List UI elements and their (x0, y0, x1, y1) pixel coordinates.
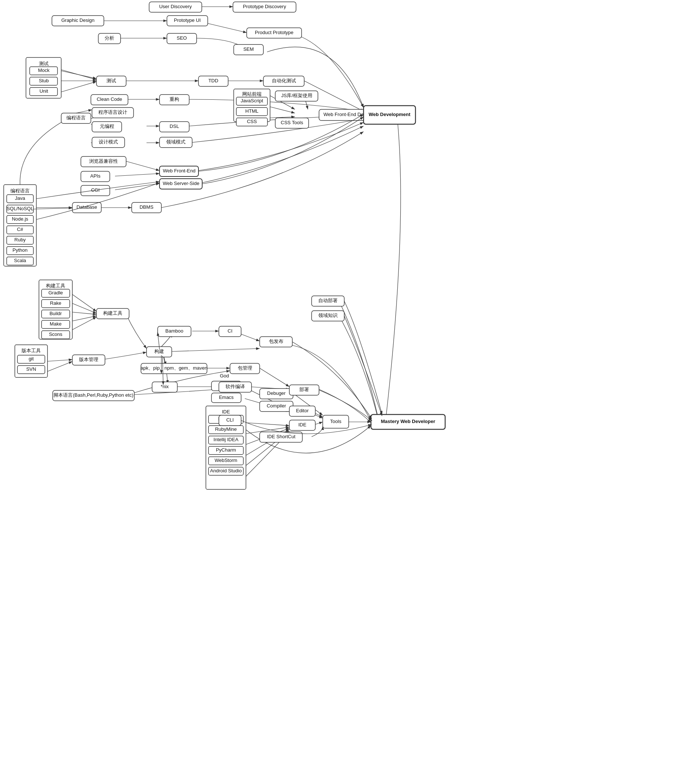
label-cli: CLI (226, 417, 234, 423)
label-java: Java (15, 196, 25, 201)
edge-goujian-gongju-goujian (126, 314, 147, 349)
label-bamboo: Bamboo (165, 328, 183, 334)
edge-zidong-mastery2 (344, 301, 382, 414)
label-goujian: 构建 (154, 349, 164, 354)
label-scala: Scala (14, 258, 26, 263)
edge-zidong-mastery (339, 300, 378, 419)
label-rubymine: RubyMine (215, 426, 237, 432)
label-linyu-moshi: 领域模式 (166, 139, 186, 145)
label-android-studio: Android Studio (210, 468, 242, 474)
label-web-front-end: Web Front-End (163, 168, 196, 174)
mindmap-diagram: User Discovery Prototype Discovery Graph… (0, 0, 700, 773)
label-banben-group: 版本工具 (21, 348, 41, 353)
label-graphic-design: Graphic Design (61, 17, 95, 23)
label-jiaoben: 脚本语言(Bash,Perl,Ruby,Python etc) (53, 392, 133, 398)
label-web-development: Web Development (369, 112, 411, 117)
label-fenxi: 分析 (105, 35, 114, 41)
edge-banben-goujian2 (102, 352, 147, 360)
label-database: Database (76, 204, 97, 210)
label-web-server-side: Web Server-Side (163, 181, 199, 186)
label-csharp: C# (17, 227, 23, 232)
label-stub: Stub (39, 78, 49, 84)
edge-goujian-baofa (172, 349, 260, 352)
label-css-tools: CSS Tools (281, 120, 303, 125)
label-ide-group: IDE (222, 409, 230, 414)
label-nodejs: Node.js (12, 216, 28, 222)
label-goujian-gongju: 构建工具 (103, 310, 122, 316)
edge-webdev-mastery (386, 115, 401, 419)
label-ceshi-group: 测试 (39, 61, 49, 66)
label-gradle: Gradle (48, 290, 63, 296)
label-editor: Editor (296, 408, 309, 413)
label-dsl: DSL (170, 123, 179, 129)
edge-webfe-webdev2 (198, 122, 364, 171)
label-auto-test: 自动化测试 (272, 78, 296, 84)
label-bao-fabu: 包发布 (269, 339, 283, 344)
label-bao-guanli: 包管理 (238, 365, 252, 371)
label-javascript: JavaScript (241, 98, 264, 104)
label-rake: Rake (50, 300, 61, 306)
label-css: CSS (247, 118, 257, 124)
label-wangzhan: 网站前端 (242, 91, 262, 97)
label-make: Make (50, 321, 62, 327)
label-python: Python (13, 247, 28, 253)
edge-eclipse-ide (245, 423, 289, 426)
label-scons: Scons (49, 331, 63, 337)
label-linyu-zhishi: 领域知识 (318, 312, 338, 318)
label-mastery: Mastery Web Developer (381, 419, 435, 424)
label-banben-guanli: 版本管理 (79, 357, 98, 362)
edge-sql-db2 (33, 208, 72, 209)
label-compiler: Compiler (267, 403, 287, 409)
label-prototype-discovery: Prototype Discovery (243, 4, 287, 9)
label-html: HTML (245, 108, 258, 114)
label-gongju-group: 构建工具 (46, 283, 65, 288)
label-clean-code: Clean Code (97, 96, 122, 102)
label-unit: Unit (40, 88, 48, 94)
label-js-lib: JS库/框架使用 (281, 93, 312, 98)
edge-baoguan-bushu (260, 368, 289, 386)
node-gongju-group (39, 280, 72, 339)
label-pycharm: PyCharm (216, 447, 236, 453)
label-webstorm: WebStorm (214, 457, 237, 463)
label-ruby: Ruby (15, 237, 26, 242)
label-mock: Mock (38, 67, 50, 73)
label-chengxu: 程序语言设计 (98, 109, 127, 115)
label-ceshi: 测试 (107, 78, 116, 84)
edge-html-webfed (270, 107, 295, 113)
label-bushu: 部署 (299, 386, 309, 392)
label-seo: SEO (176, 35, 186, 41)
edge-unit-ceshi (61, 82, 96, 92)
edge-webss-webdev (198, 126, 364, 184)
edge-linyu-mastery2 (344, 316, 382, 416)
label-ide-shortcut: IDE ShortCut (267, 434, 296, 439)
label-liulanqi: 浏览器兼容性 (89, 158, 118, 164)
label-sheji-moshi: 设计模式 (99, 139, 118, 145)
label-ci: CI (228, 328, 232, 334)
edge-bianc-chengxu2 (76, 110, 92, 113)
label-biancheng: 编程语言 (66, 115, 86, 120)
label-tdd: TDD (209, 78, 219, 84)
edge-linyu-mastery (339, 315, 378, 420)
label-ruanjian-bianyi: 软件编译 (226, 384, 245, 389)
label-debuger: Debuger (267, 390, 286, 396)
label-user-discovery: User Discovery (159, 4, 192, 9)
edge-liu-webfe (126, 161, 160, 171)
label-ide: IDE (298, 422, 306, 428)
edge-git-banben (44, 360, 72, 362)
edge-mock-ceshi2 (61, 71, 96, 79)
label-git: git (28, 356, 34, 362)
label-dbms: DBMS (140, 204, 153, 210)
label-tools: Tools (330, 419, 342, 424)
label-biancheng2-group: 编程语言 (10, 188, 30, 194)
label-emacs: Emacs (219, 395, 234, 400)
label-yuan-biancheng: 元编程 (100, 123, 114, 129)
label-buildr: Buildr (49, 311, 62, 316)
label-zidong-bushu: 自动部署 (318, 298, 338, 303)
edge-api-webfe (115, 174, 160, 176)
label-apk-pip: apk、pip、npm、gem、maven (141, 365, 208, 371)
label-sem: SEM (243, 46, 254, 52)
label-chonggou: 重构 (170, 96, 179, 102)
label-apis: APIs (90, 173, 100, 179)
label-intellij: Intellij IDEA (213, 437, 239, 442)
edge-svn-banben (44, 362, 72, 373)
